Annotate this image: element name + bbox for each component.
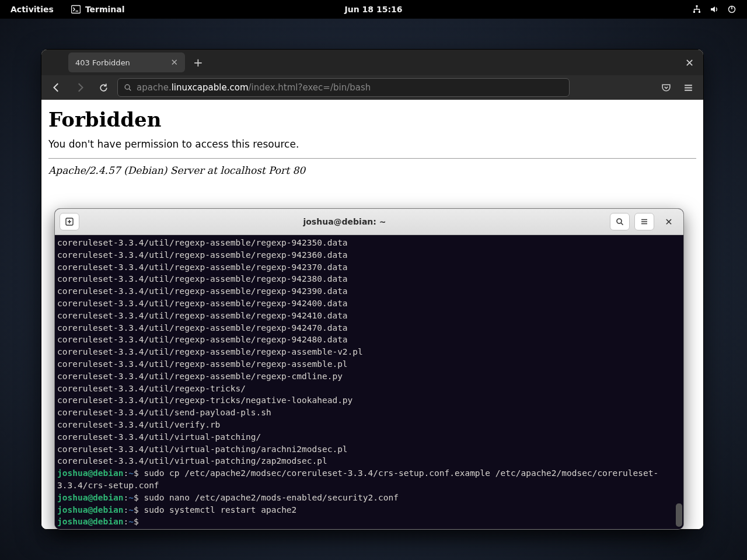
svg-point-15 <box>617 219 622 223</box>
tab-close-icon[interactable]: ✕ <box>170 57 178 68</box>
terminal-output-line: coreruleset-3.3.4/util/regexp-assemble/r… <box>57 310 681 322</box>
url-bar[interactable]: apache.linuxcapable.com/index.html?exec=… <box>117 78 570 97</box>
reload-icon <box>99 83 109 93</box>
pocket-icon <box>661 83 671 93</box>
activities-button[interactable]: Activities <box>11 5 54 14</box>
terminal-scrollbar[interactable] <box>676 235 682 529</box>
window-close-button[interactable]: ✕ <box>679 57 700 69</box>
clock[interactable]: Jun 18 15:16 <box>345 5 403 14</box>
page-message: You don't have permission to access this… <box>48 138 696 150</box>
arrow-right-icon <box>75 82 85 93</box>
reload-button[interactable] <box>94 78 113 97</box>
terminal-title: joshua@debian: ~ <box>84 217 605 226</box>
terminal-search-button[interactable] <box>610 213 630 230</box>
pocket-button[interactable] <box>657 78 675 97</box>
terminal-icon <box>71 5 81 14</box>
svg-rect-2 <box>696 5 698 7</box>
terminal-output-line: coreruleset-3.3.4/util/regexp-tricks/neg… <box>57 394 681 407</box>
terminal-output-line: coreruleset-3.3.4/util/regexp-assemble/r… <box>57 273 681 285</box>
terminal-output-line: coreruleset-3.3.4/util/regexp-assemble/r… <box>57 346 681 358</box>
svg-rect-0 <box>71 6 80 13</box>
hamburger-icon <box>683 83 693 93</box>
terminal-output-line: coreruleset-3.3.4/util/send-payload-pls.… <box>57 407 681 419</box>
terminal-output-line: coreruleset-3.3.4/util/regexp-assemble/r… <box>57 298 681 310</box>
new-tab-button[interactable]: + <box>185 55 211 69</box>
terminal-prompt-line: joshua@debian:~$ sudo cp /etc/apache2/mo… <box>57 467 681 480</box>
terminal-output-line: coreruleset-3.3.4/util/regexp-assemble/r… <box>57 370 681 383</box>
terminal-close-button[interactable]: ✕ <box>659 213 679 230</box>
volume-icon[interactable] <box>710 5 719 14</box>
terminal-window: joshua@debian: ~ ✕ coreruleset-3.3.4/uti… <box>54 208 684 530</box>
forward-button[interactable] <box>71 78 89 97</box>
url-text: apache.linuxcapable.com/index.html?exec=… <box>137 82 371 93</box>
terminal-prompt-line: joshua@debian:~$ sudo systemctl restart … <box>57 504 681 516</box>
terminal-output-line: coreruleset-3.3.4/util/virtual-patching/… <box>57 443 681 456</box>
active-app-label: Terminal <box>85 5 125 14</box>
svg-line-8 <box>129 89 131 90</box>
new-terminal-tab-button[interactable] <box>60 213 79 230</box>
terminal-output-line: coreruleset-3.3.4/util/virtual-patching/ <box>57 431 681 443</box>
terminal-menu-button[interactable] <box>634 213 654 230</box>
tab-title: 403 Forbidden <box>75 58 130 67</box>
terminal-output-line: coreruleset-3.3.4/util/regexp-assemble/r… <box>57 261 681 274</box>
terminal-output-line: coreruleset-3.3.4/util/regexp-tricks/ <box>57 383 681 395</box>
terminal-prompt-line: joshua@debian:~$ sudo nano /etc/apache2/… <box>57 492 681 504</box>
tab-strip: 403 Forbidden ✕ + ✕ <box>41 50 703 75</box>
server-signature: Apache/2.4.57 (Debian) Server at localho… <box>48 164 696 176</box>
terminal-output-line: coreruleset-3.3.4/util/regexp-assemble/r… <box>57 237 681 249</box>
active-app-indicator[interactable]: Terminal <box>71 5 125 14</box>
terminal-output-line: coreruleset-3.3.4/util/regexp-assemble/r… <box>57 249 681 261</box>
terminal-output-line: coreruleset-3.3.4/util/regexp-assemble/r… <box>57 322 681 334</box>
svg-point-7 <box>125 85 130 89</box>
terminal-output-line: coreruleset-3.3.4/util/regexp-assemble/r… <box>57 358 681 370</box>
browser-nav-bar: apache.linuxcapable.com/index.html?exec=… <box>41 75 703 100</box>
terminal-body[interactable]: coreruleset-3.3.4/util/regexp-assemble/r… <box>55 235 683 529</box>
gnome-top-bar: Activities Terminal Jun 18 15:16 <box>0 0 747 19</box>
arrow-left-icon <box>51 82 62 93</box>
hamburger-icon <box>640 217 649 226</box>
terminal-output-line: coreruleset-3.3.4/util/regexp-assemble/r… <box>57 285 681 298</box>
terminal-output-line: coreruleset-3.3.4/util/verify.rb <box>57 419 681 431</box>
browser-tab[interactable]: 403 Forbidden ✕ <box>68 52 185 72</box>
search-icon <box>124 83 132 92</box>
page-separator <box>48 158 696 159</box>
app-menu-button[interactable] <box>679 78 697 97</box>
plus-boxed-icon <box>65 217 74 226</box>
terminal-output-line: coreruleset-3.3.4/util/regexp-assemble/r… <box>57 334 681 346</box>
svg-rect-3 <box>693 11 695 13</box>
page-heading: Forbidden <box>48 108 696 131</box>
terminal-title-bar: joshua@debian: ~ ✕ <box>55 209 683 235</box>
terminal-output-line: 3.3.4/crs-setup.conf <box>57 480 681 492</box>
power-icon[interactable] <box>727 5 736 14</box>
search-icon <box>615 217 624 226</box>
back-button[interactable] <box>47 78 66 97</box>
network-icon[interactable] <box>692 5 701 14</box>
terminal-output-line: coreruleset-3.3.4/util/virtual-patching/… <box>57 455 681 467</box>
svg-line-16 <box>621 223 623 225</box>
terminal-prompt-line: joshua@debian:~$ <box>57 516 681 528</box>
svg-rect-4 <box>699 11 700 13</box>
